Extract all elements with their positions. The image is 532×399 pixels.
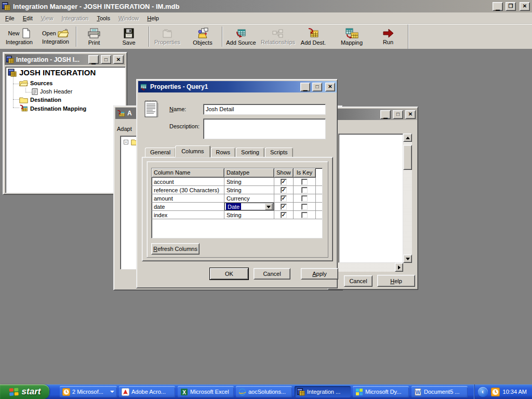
minimize-button[interactable]: ▁ bbox=[493, 2, 503, 11]
grid-row-date[interactable]: date Date ✓ bbox=[152, 203, 322, 211]
columns-group: Column Name Datatype Show Is Key account… bbox=[147, 161, 328, 258]
save-button[interactable]: Save bbox=[114, 25, 144, 48]
close-button[interactable]: ✕ bbox=[113, 55, 124, 64]
scroll-area bbox=[338, 134, 412, 272]
header-datatype[interactable]: Datatype bbox=[224, 168, 274, 178]
menu-help[interactable]: Help bbox=[143, 14, 163, 23]
new-integration-button[interactable]: New Integration bbox=[2, 25, 36, 48]
print-button[interactable]: Print bbox=[79, 25, 109, 48]
menu-file[interactable]: File bbox=[1, 14, 19, 23]
taskbar-button-adobe[interactable]: Adobe Acro... bbox=[119, 386, 175, 397]
tree-connector bbox=[13, 84, 19, 84]
chevron-down-icon bbox=[267, 206, 271, 208]
scroll-up-button[interactable] bbox=[403, 134, 412, 142]
tab-columns[interactable]: Columns bbox=[175, 145, 210, 157]
minimize-button[interactable]: ▁ bbox=[380, 110, 391, 119]
taskbar-button-group-microsoft[interactable]: 2 Microsof... bbox=[60, 386, 117, 397]
name-input[interactable]: Josh Detail bbox=[203, 104, 326, 115]
grid-row-reference[interactable]: reference (30 Characters) String ✓ bbox=[152, 186, 322, 194]
maximize-button[interactable]: □ bbox=[312, 83, 322, 91]
tab-general[interactable]: General bbox=[145, 148, 176, 157]
tab-scripts[interactable]: Scripts bbox=[265, 148, 293, 157]
tree-item-destination-mapping[interactable]: Destination Mapping bbox=[19, 104, 86, 112]
restore-button[interactable]: ❐ bbox=[506, 2, 516, 11]
properties-dialog-titlebar[interactable]: Properties - Query1 ▁ □ ✕ bbox=[138, 81, 337, 92]
menu-tools[interactable]: Tools bbox=[92, 14, 114, 23]
close-button[interactable]: ✕ bbox=[325, 83, 335, 91]
is-key-checkbox[interactable] bbox=[301, 195, 308, 202]
objects-button[interactable]: Objects bbox=[187, 25, 219, 48]
run-icon bbox=[382, 28, 394, 38]
header-is-key[interactable]: Is Key bbox=[294, 168, 316, 178]
tree-root-josh-integration[interactable]: JOSH INTEGRATION bbox=[8, 68, 96, 77]
is-key-checkbox[interactable] bbox=[301, 179, 308, 185]
taskbar-button-document5[interactable]: W Document5 ... bbox=[411, 386, 468, 397]
show-checkbox[interactable]: ✓ bbox=[281, 187, 287, 193]
open-integration-button[interactable]: Open Integration bbox=[37, 25, 74, 48]
menu-view[interactable]: View bbox=[37, 14, 58, 23]
mapping-button[interactable]: Mapping bbox=[335, 25, 368, 48]
system-tray: ‹ 10:34 AM bbox=[474, 384, 532, 399]
cancel-button[interactable]: Cancel bbox=[344, 275, 373, 287]
minimize-button[interactable]: ▁ bbox=[88, 55, 99, 64]
horizontal-scrollbar[interactable] bbox=[338, 263, 403, 272]
desktop: Integration Manager - JOSH INTEGRATION -… bbox=[0, 0, 532, 399]
menu-window[interactable]: Window bbox=[114, 14, 143, 23]
run-button[interactable]: Run bbox=[373, 25, 404, 48]
integration-window-titlebar: Integration - JOSH I... ▁ □ ✕ bbox=[5, 54, 125, 65]
vertical-scrollbar[interactable] bbox=[403, 134, 412, 263]
tree-item-josh-header[interactable]: Josh Header bbox=[32, 88, 72, 95]
start-button[interactable]: start bbox=[0, 384, 49, 399]
help-button[interactable]: Help bbox=[377, 275, 415, 287]
tree-item-destination[interactable]: Destination bbox=[19, 96, 61, 103]
taskbar-button-excel[interactable]: X Microsoft Excel bbox=[178, 386, 234, 397]
is-key-checkbox[interactable] bbox=[301, 187, 308, 193]
menu-edit[interactable]: Edit bbox=[19, 14, 37, 23]
hide-icons-chevron[interactable]: ‹ bbox=[478, 387, 488, 397]
cancel-button[interactable]: Cancel bbox=[254, 268, 290, 280]
menu-integration[interactable]: Integration bbox=[57, 14, 92, 23]
show-checkbox[interactable]: ✓ bbox=[281, 179, 287, 185]
ok-button[interactable]: OK bbox=[210, 268, 248, 280]
refresh-columns-button[interactable]: Refresh Columns bbox=[151, 243, 200, 255]
description-label: Description: bbox=[169, 123, 200, 129]
scrollbar-thumb[interactable] bbox=[403, 145, 412, 170]
tree-item-sources[interactable]: Sources bbox=[19, 79, 52, 87]
grid-header-row: Column Name Datatype Show Is Key bbox=[152, 168, 322, 178]
header-column-name[interactable]: Column Name bbox=[152, 168, 224, 178]
scroll-right-button[interactable] bbox=[395, 263, 403, 272]
add-source-button[interactable]: Add Source bbox=[225, 25, 257, 48]
show-checkbox[interactable]: ✓ bbox=[281, 195, 287, 202]
taskbar-button-aocsolutions[interactable]: e aocSolutions... bbox=[236, 386, 292, 397]
relationships-button: Relationships bbox=[259, 25, 297, 48]
show-checkbox[interactable]: ✓ bbox=[281, 212, 287, 218]
content-pane bbox=[338, 134, 403, 263]
dropdown-button[interactable] bbox=[264, 203, 273, 210]
description-input[interactable] bbox=[203, 118, 326, 139]
tab-rows[interactable]: Rows bbox=[211, 148, 236, 157]
svg-text:W: W bbox=[416, 389, 421, 395]
datatype-combobox[interactable]: Date bbox=[224, 203, 274, 210]
tab-sorting[interactable]: Sorting bbox=[236, 148, 264, 157]
add-dest-button[interactable]: Add Dest. bbox=[298, 25, 328, 48]
grid-row-index[interactable]: index String ✓ bbox=[152, 211, 322, 219]
taskbar-button-integration[interactable]: Integration ... bbox=[295, 386, 351, 397]
maximize-button[interactable]: □ bbox=[101, 55, 111, 64]
show-checkbox[interactable]: ✓ bbox=[281, 204, 287, 210]
tree-collapse-icon[interactable]: − bbox=[124, 140, 128, 144]
folder-open-icon bbox=[19, 79, 28, 87]
apply-button[interactable]: Apply bbox=[301, 268, 338, 280]
scroll-down-button[interactable] bbox=[403, 255, 412, 263]
is-key-checkbox[interactable] bbox=[301, 212, 308, 218]
taskbar-button-dynamics[interactable]: Microsoft Dy... bbox=[353, 386, 409, 397]
close-button[interactable]: ✕ bbox=[520, 2, 530, 11]
minimize-button[interactable]: ▁ bbox=[300, 83, 310, 91]
grid-row-account[interactable]: account String ✓ bbox=[152, 178, 322, 186]
tray-clock-icon[interactable] bbox=[491, 388, 500, 396]
background-window-titlebar: ▁ □ ✕ bbox=[329, 109, 417, 120]
grid-row-amount[interactable]: amount Currency ✓ bbox=[152, 194, 322, 203]
header-show[interactable]: Show bbox=[274, 168, 294, 178]
maximize-button[interactable]: □ bbox=[393, 110, 403, 119]
close-button[interactable]: ✕ bbox=[405, 110, 416, 119]
is-key-checkbox[interactable] bbox=[301, 204, 308, 210]
